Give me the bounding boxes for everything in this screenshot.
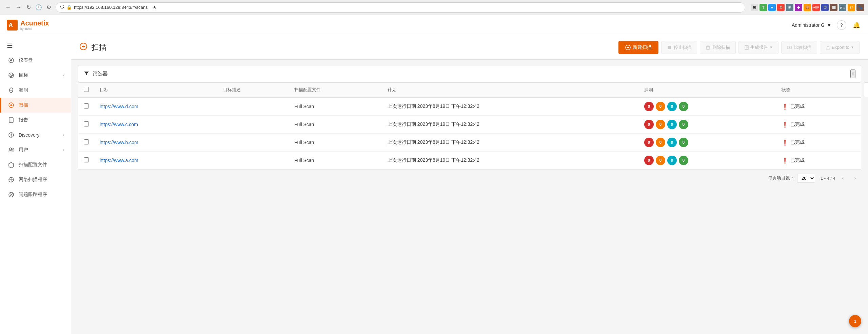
vuln-medium-badge: 0 [667, 102, 677, 111]
sidebar-item-scan-profiles[interactable]: 扫描配置文件 [0, 157, 71, 172]
columns-button[interactable] [864, 82, 868, 97]
export-to-label: Export to [832, 45, 849, 50]
back-button[interactable]: ← [4, 3, 12, 12]
row-description [218, 134, 289, 152]
sidebar-item-network-scanners[interactable]: 网络扫描程序 [0, 172, 71, 187]
shield-icon: 🛡 [60, 5, 64, 10]
sidebar-item-reports[interactable]: 报告 [0, 113, 71, 127]
table-row[interactable]: https://www.b.com Full Scan 上次运行日期 2023年… [78, 134, 861, 152]
ext-17[interactable]: 17 [848, 4, 855, 11]
delete-scan-label: 删除扫描 [712, 44, 730, 51]
lock-icon: 🔒 [66, 5, 72, 10]
svg-marker-39 [84, 72, 89, 75]
ext-ip[interactable]: IP [786, 4, 793, 11]
ext-php[interactable]: php [839, 4, 846, 11]
vuln-high-badge: 0 [656, 102, 665, 111]
compare-icon [787, 45, 792, 50]
svg-point-18 [9, 148, 12, 150]
address-bar[interactable]: 🛡 🔒 https://192.168.160.128:8443/#/scans… [56, 2, 745, 13]
star-icon[interactable]: ★ [153, 5, 157, 10]
history-button[interactable]: 🕐 [35, 3, 43, 12]
dashboard-icon [8, 57, 15, 64]
sidebar-item-label: 报告 [19, 117, 64, 123]
status-icon: ❗ [782, 139, 788, 146]
vuln-critical-badge: 0 [644, 138, 654, 147]
row-profile: Full Scan [289, 134, 382, 152]
user-info[interactable]: Administrator G ▼ [792, 22, 831, 28]
ext-1[interactable]: ⊞ [751, 4, 758, 11]
notification-button[interactable]: 🔔 [852, 20, 861, 30]
vuln-low-badge: 0 [679, 120, 688, 129]
ext-7[interactable]: ⬜ [830, 4, 837, 11]
ext-5[interactable]: ◆ [795, 4, 802, 11]
refresh-button[interactable]: ↻ [24, 3, 33, 12]
vuln-low-badge: 0 [679, 156, 688, 165]
forward-button[interactable]: → [14, 3, 22, 12]
col-description: 目标描述 [218, 83, 289, 97]
user-name: Administrator G [792, 22, 825, 28]
ext-8[interactable]: 🐾 [856, 4, 864, 11]
table-row[interactable]: https://www.a.com Full Scan 上次运行日期 2023年… [78, 152, 861, 170]
table-wrapper: 目标 目标描述 扫描配置文件 [78, 83, 861, 170]
sidebar-item-users[interactable]: 用户 › [0, 142, 71, 157]
ext-2[interactable]: T [760, 4, 767, 11]
svg-point-15 [11, 134, 12, 136]
network-scanners-icon [8, 176, 15, 183]
row-description [218, 152, 289, 170]
table-row[interactable]: https://www.d.com Full Scan 上次运行日期 2023年… [78, 97, 861, 116]
vuln-low-badge: 0 [679, 138, 688, 147]
status-icon: ❗ [782, 103, 788, 110]
sidebar-item-label: 仪表盘 [19, 57, 64, 63]
sidebar-item-discovery[interactable]: Discovery › [0, 127, 71, 142]
sidebar-menu-button[interactable]: ☰ [0, 38, 71, 53]
row-checkbox-cell [78, 97, 94, 116]
compare-scan-button[interactable]: 比较扫描 [781, 41, 817, 54]
ext-abp[interactable]: ABP [812, 4, 820, 11]
help-button[interactable]: ? [837, 20, 846, 30]
export-icon [826, 45, 830, 50]
ext-4[interactable]: ⊘ [777, 4, 785, 11]
notification-count-badge[interactable]: 1 [849, 315, 861, 327]
sidebar-item-issue-trackers[interactable]: 问题跟踪程序 [0, 187, 71, 202]
row-target: https://www.c.com [94, 116, 218, 134]
sidebar-item-targets[interactable]: 目标 › [0, 68, 71, 83]
next-page-button[interactable]: › [850, 173, 860, 183]
select-all-checkbox[interactable] [84, 87, 89, 92]
discovery-icon [8, 132, 15, 138]
url-text: https://192.168.160.128:8443/#/scans [74, 5, 148, 10]
row-checkbox[interactable] [84, 157, 89, 162]
row-checkbox-cell [78, 116, 94, 134]
row-checkbox[interactable] [84, 121, 89, 126]
row-checkbox[interactable] [84, 139, 89, 144]
settings-button[interactable]: ⚙ [45, 3, 53, 12]
row-profile: Full Scan [289, 152, 382, 170]
sidebar-item-dashboard[interactable]: 仪表盘 [0, 53, 71, 68]
generate-report-button[interactable]: 生成报告 ▼ [738, 41, 778, 54]
per-page-select[interactable]: 20 [797, 174, 815, 183]
vuln-high-badge: 0 [656, 138, 665, 147]
ext-cookie[interactable]: 🍪 [804, 4, 811, 11]
sidebar-item-vulnerabilities[interactable]: 漏洞 [0, 83, 71, 98]
new-scan-button[interactable]: 新建扫描 [618, 41, 658, 54]
new-scan-label: 新建扫描 [633, 44, 652, 51]
table-container: 目标 目标描述 扫描配置文件 [78, 82, 861, 170]
svg-rect-37 [790, 46, 791, 49]
row-checkbox[interactable] [84, 103, 89, 109]
svg-point-3 [10, 59, 12, 61]
row-profile: Full Scan [289, 97, 382, 116]
export-to-button[interactable]: Export to ▼ [820, 41, 860, 54]
sidebar-item-scans[interactable]: 扫描 [0, 98, 71, 113]
status-text: 已完成 [790, 121, 805, 127]
delete-scan-button[interactable]: 删除扫描 [700, 41, 736, 54]
prev-page-button[interactable]: ‹ [838, 173, 848, 183]
table-row[interactable]: https://www.c.com Full Scan 上次运行日期 2023年… [78, 116, 861, 134]
targets-icon [8, 72, 15, 79]
filter-close-button[interactable]: × [850, 70, 855, 78]
scans-icon [8, 102, 15, 109]
row-vulnerabilities: 0 0 0 0 [639, 116, 776, 134]
ext-6[interactable]: ⊡ [821, 4, 829, 11]
ext-3[interactable]: ★ [768, 4, 776, 11]
stop-scan-button[interactable]: 停止扫描 [661, 41, 697, 54]
vulnerabilities-icon [8, 87, 15, 94]
status-icon: ❗ [782, 157, 788, 164]
